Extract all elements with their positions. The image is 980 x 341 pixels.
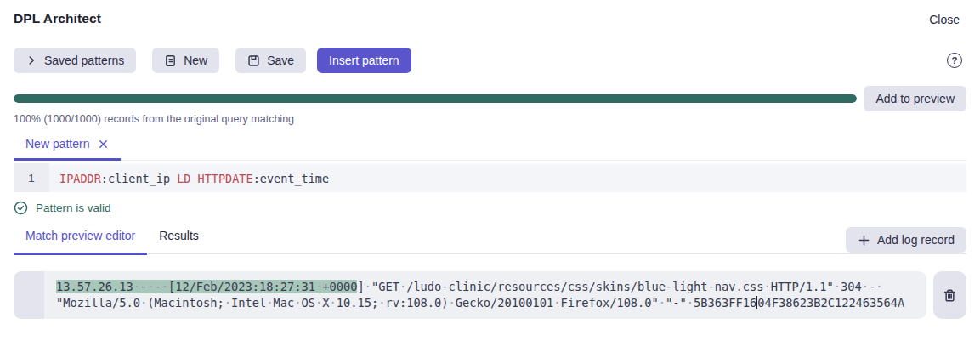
tab-match-preview-editor[interactable]: Match preview editor bbox=[14, 224, 147, 255]
log-editor-gutter bbox=[14, 271, 44, 319]
dpl-architect-panel: DPL Architect Close Saved patterns New S… bbox=[0, 0, 980, 319]
log-record-input[interactable]: 13.57.26.13·-·-·[12/Feb/2023:18:27:31·+0… bbox=[44, 271, 926, 319]
add-log-record-label: Add log record bbox=[877, 233, 955, 247]
pattern-editor: 1 IPADDR:client_ip LD HTTPDATE:event_tim… bbox=[14, 163, 966, 192]
progress-fill bbox=[14, 94, 857, 103]
delete-log-record-button[interactable] bbox=[933, 271, 966, 319]
saved-patterns-label: Saved patterns bbox=[44, 54, 124, 67]
save-label: Save bbox=[267, 54, 294, 67]
toolbar: Saved patterns New Save Insert pattern ? bbox=[14, 48, 966, 73]
check-circle-icon bbox=[14, 201, 28, 215]
header: DPL Architect Close bbox=[14, 0, 966, 26]
pattern-tab-bar: New pattern bbox=[14, 137, 966, 161]
log-line-2-after-caret: 04F38623B2C122463564A bbox=[757, 296, 904, 310]
log-record-row: 13.57.26.13·-·-·[12/Feb/2023:18:27:31·+0… bbox=[14, 271, 966, 319]
add-to-preview-button[interactable]: Add to preview bbox=[864, 86, 966, 111]
line-number: 1 bbox=[14, 163, 49, 192]
trash-icon bbox=[943, 288, 957, 303]
progress-bar bbox=[14, 94, 857, 103]
progress-section: Add to preview bbox=[14, 86, 966, 111]
document-icon bbox=[164, 54, 177, 67]
match-percentage-caption: 100% (1000/1000) records from the origin… bbox=[14, 113, 966, 125]
plus-icon bbox=[858, 234, 870, 247]
new-label: New bbox=[184, 54, 207, 67]
chevron-right-icon bbox=[25, 54, 37, 66]
validation-message: Pattern is valid bbox=[36, 202, 111, 214]
add-log-record-button[interactable]: Add log record bbox=[846, 227, 966, 253]
log-line-2-before-caret: "Mozilla/5.0·(Macintosh;·Intel·Mac·OS·X·… bbox=[56, 296, 756, 310]
close-tab-icon[interactable] bbox=[98, 139, 109, 150]
log-line-1-rest: ]·"GET·/ludo-clinic/resources/css/skins/… bbox=[357, 280, 882, 293]
add-to-preview-label: Add to preview bbox=[875, 92, 955, 105]
preview-tab-bar: Match preview editor Results Add log rec… bbox=[14, 224, 966, 254]
saved-patterns-button[interactable]: Saved patterns bbox=[14, 48, 136, 73]
new-pattern-tab-label: New pattern bbox=[25, 137, 89, 151]
tab-new-pattern[interactable]: New pattern bbox=[14, 137, 121, 161]
log-line-1: 13.57.26.13·-·-·[12/Feb/2023:18:27:31·+0… bbox=[56, 279, 920, 295]
save-button[interactable]: Save bbox=[235, 48, 306, 73]
log-record-editor: 13.57.26.13·-·-·[12/Feb/2023:18:27:31·+0… bbox=[14, 271, 926, 319]
tab-results[interactable]: Results bbox=[147, 224, 211, 255]
save-icon bbox=[247, 54, 260, 67]
close-button[interactable]: Close bbox=[929, 11, 966, 26]
insert-pattern-label: Insert pattern bbox=[329, 54, 399, 67]
insert-pattern-button[interactable]: Insert pattern bbox=[317, 48, 411, 73]
question-circle-icon: ? bbox=[947, 53, 962, 68]
pattern-code-line[interactable]: IPADDR:client_ip LD HTTPDATE:event_time bbox=[49, 163, 966, 192]
help-button[interactable]: ? bbox=[947, 53, 962, 68]
validation-status: Pattern is valid bbox=[14, 201, 966, 215]
page-title: DPL Architect bbox=[14, 11, 101, 26]
log-line-2: "Mozilla/5.0·(Macintosh;·Intel·Mac·OS·X·… bbox=[56, 295, 920, 311]
new-button[interactable]: New bbox=[152, 48, 219, 73]
matched-text-highlight: 13.57.26.13·-·-·[12/Feb/2023:18:27:31·+0… bbox=[56, 280, 357, 293]
